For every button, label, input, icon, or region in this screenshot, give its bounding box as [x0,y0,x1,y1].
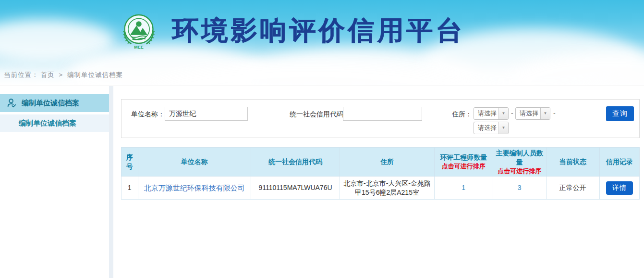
header-staff-count-label: 主要编制人员数量 [496,149,543,166]
search-panel: 单位名称： 统一社会信用代码： 住所： 请选择 ▼ - 请选择 ▼ - 请选择 … [121,99,640,138]
sidebar-divider [109,86,113,278]
sidebar-item-unit-credit-archive[interactable]: 编制单位诚信档案 [0,94,109,112]
header-company: 单位名称 [138,148,251,177]
sidebar: 编制单位诚信档案 编制单位诚信档案 [0,86,109,278]
results-table: 序号 单位名称 统一社会信用代码 住所 环评工程师数量 点击可进行排序 主要编制… [121,147,640,200]
address-dash: - [553,109,556,117]
breadcrumb-current: 编制单位诚信档案 [67,71,123,78]
user-check-icon [6,98,17,108]
table-header-row: 序号 单位名称 统一社会信用代码 住所 环评工程师数量 点击可进行排序 主要编制… [122,148,640,177]
city-select-value: 请选择 [516,108,540,119]
detail-button[interactable]: 详情 [606,181,633,195]
header-engineer-count-label: 环评工程师数量 [440,153,487,161]
mee-logo-caption: MEE [134,45,144,50]
chevron-down-icon[interactable]: ▼ [498,122,508,134]
header-status: 当前状态 [546,148,599,177]
main-content: 单位名称： 统一社会信用代码： 住所： 请选择 ▼ - 请选择 ▼ - 请选择 … [113,86,644,278]
company-name-link[interactable]: 北京万源世纪环保科技有限公司 [144,184,245,192]
engineer-count-link[interactable]: 1 [462,184,465,191]
district-select[interactable]: 请选择 ▼ [474,122,509,134]
sidebar-item-label: 编制单位诚信档案 [22,99,79,108]
mee-logo-icon: MEE [119,11,158,50]
header-address: 住所 [340,148,434,177]
company-name-input[interactable] [165,107,248,121]
cell-credit-code: 91110115MA7LWUA76U [251,177,340,200]
province-select[interactable]: 请选择 ▼ [474,107,509,120]
page-title: 环境影响评价信用平台 [172,11,465,50]
breadcrumb-separator: > [59,71,63,78]
company-name-label: 单位名称： [131,110,165,119]
header-staff-count-sortable[interactable]: 主要编制人员数量 点击可进行排序 [493,148,546,177]
table-row: 1 北京万源世纪环保科技有限公司 91110115MA7LWUA76U 北京市-… [122,177,640,200]
brand: MEE 环境影响评价信用平台 [119,11,465,50]
cell-seq: 1 [122,177,138,200]
sort-hint[interactable]: 点击可进行排序 [437,162,491,171]
cell-status: 正常公开 [546,177,599,200]
credit-code-label: 统一社会信用代码： [290,110,350,119]
header-engineer-count-sortable[interactable]: 环评工程师数量 点击可进行排序 [434,148,493,177]
chevron-down-icon[interactable]: ▼ [540,108,550,119]
sidebar-subitem-unit-credit-archive[interactable]: 编制单位诚信档案 [0,114,109,132]
header-credit-record: 信用记录 [599,148,639,177]
header-credit-code: 统一社会信用代码 [251,148,340,177]
address-dash: - [511,109,513,117]
address-label: 住所： [452,110,472,119]
staff-count-link[interactable]: 3 [518,184,522,191]
sort-hint[interactable]: 点击可进行排序 [495,167,544,176]
district-select-value: 请选择 [474,122,498,134]
site-header: MEE 环境影响评价信用平台 当前位置：首页 > 编制单位诚信档案 [0,0,644,86]
province-select-value: 请选择 [474,108,498,119]
chevron-down-icon[interactable]: ▼ [498,108,508,119]
query-button[interactable]: 查询 [606,106,634,121]
cell-address: 北京市-北京市-大兴区-金苑路甲15号6幢2层A215室 [340,177,434,200]
header-seq: 序号 [122,148,138,177]
breadcrumb-prefix: 当前位置： [4,71,39,78]
sidebar-subitem-label: 编制单位诚信档案 [19,119,76,128]
breadcrumb-home-link[interactable]: 首页 [41,71,55,78]
city-select[interactable]: 请选择 ▼ [515,107,550,120]
credit-code-input[interactable] [343,107,422,121]
breadcrumb: 当前位置：首页 > 编制单位诚信档案 [4,71,125,79]
